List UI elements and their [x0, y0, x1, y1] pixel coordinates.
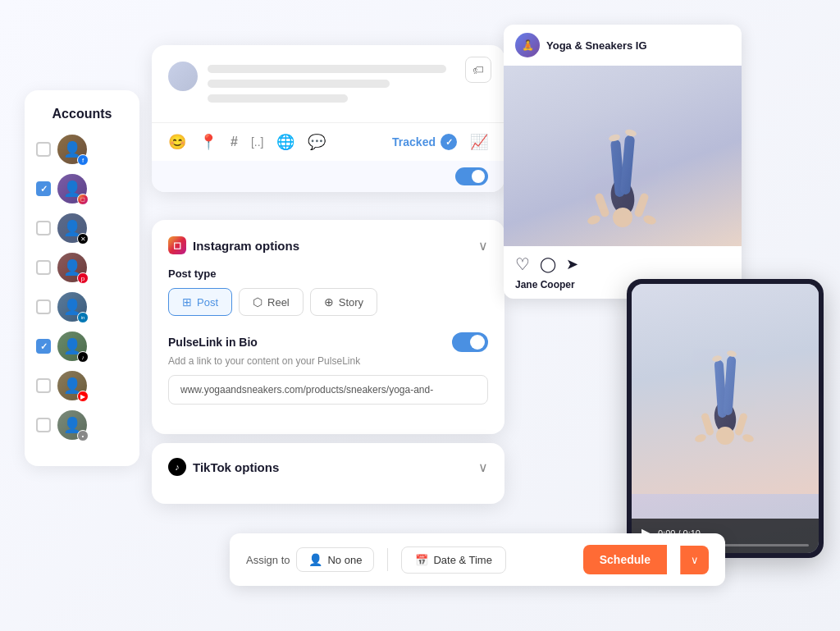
tracked-text: Tracked — [392, 135, 436, 149]
tiktok-options-title: TikTok options — [193, 460, 279, 474]
ig-options-panel: ◻ Instagram options ∨ Post type ⊞ Post ⬡… — [152, 220, 504, 434]
tablet-screen: ▶ 0:00 / 0:10 — [632, 284, 819, 553]
compose-avatar — [168, 62, 198, 91]
tablet-preview: ▶ 0:00 / 0:10 ♥ ◯ ↗ — [627, 279, 824, 558]
svg-point-19 — [742, 432, 755, 443]
ig-panel-header: ◻ Instagram options ∨ — [168, 236, 488, 254]
tiktok-panel-title: ♪ TikTok options — [168, 458, 279, 476]
grid-icon: ⊞ — [182, 295, 192, 309]
tracked-check-icon: ✓ — [441, 134, 457, 150]
schedule-button[interactable]: Schedule — [583, 545, 667, 574]
placeholder-line-1 — [208, 65, 446, 73]
svg-point-9 — [642, 214, 657, 226]
assign-label: Assign to — [246, 554, 290, 566]
ig-preview-image — [504, 66, 742, 246]
tag-icon[interactable]: 🏷 — [465, 57, 491, 83]
tiktok-panel-header: ♪ TikTok options ∨ — [168, 458, 488, 476]
account-checkbox-other[interactable] — [36, 418, 51, 432]
post-type-story-btn[interactable]: ⊕ Story — [310, 288, 377, 316]
datetime-button[interactable]: 📅 Date & Time — [401, 546, 506, 574]
tablet-yoga-image — [632, 284, 819, 494]
account-checkbox-pi[interactable] — [36, 260, 51, 275]
pulselink-desc: Add a link to your content on your Pulse… — [168, 355, 488, 367]
schedule-dropdown-button[interactable]: ∨ — [680, 546, 709, 574]
ig-preview-card: 🧘 Yoga & Sneakers IG — [504, 25, 742, 299]
account-checkbox-fb[interactable] — [36, 142, 51, 157]
pulselink-toggle[interactable] — [452, 332, 488, 352]
account-checkbox-tt[interactable] — [36, 339, 51, 354]
ig-options-title: Instagram options — [193, 239, 299, 253]
emoji-icon[interactable]: 😊 — [168, 133, 186, 151]
compose-toolbar: 😊 📍 # [..] 🌐 💬 Tracked ✓ 📈 — [152, 122, 504, 161]
svg-rect-17 — [734, 412, 748, 436]
facebook-badge: f — [77, 154, 89, 166]
ig-preview-name: Yoga & Sneakers IG — [546, 39, 647, 52]
svg-point-4 — [624, 128, 637, 137]
youtube-badge: ▶ — [77, 391, 89, 402]
pulselink-title: PulseLink in Bio — [168, 336, 258, 349]
account-avatar-ig: 👤 ◻ — [57, 174, 87, 203]
svg-rect-7 — [633, 192, 650, 218]
compose-header: 🏷 — [152, 45, 504, 116]
pinterest-badge: p — [77, 272, 89, 284]
post-type-post-btn[interactable]: ⊞ Post — [168, 288, 232, 316]
ig-preview-actions: ♡ ◯ ➤ — [504, 246, 742, 279]
globe-icon[interactable]: 🌐 — [276, 133, 294, 151]
account-checkbox-li[interactable] — [36, 299, 51, 314]
assign-value-btn[interactable]: 👤 No one — [296, 547, 374, 572]
account-item-fb: 👤 f — [36, 135, 128, 164]
account-item-ig: 👤 ◻ — [36, 174, 128, 203]
instagram-badge: ◻ — [77, 194, 89, 205]
share-icon[interactable]: ➤ — [566, 255, 578, 273]
svg-point-18 — [694, 432, 707, 443]
svg-point-5 — [613, 208, 632, 227]
ig-preview-avatar: 🧘 — [515, 33, 540, 57]
other-badge: • — [77, 430, 89, 441]
account-item-li: 👤 in — [36, 292, 128, 322]
instagram-icon: ◻ — [168, 236, 186, 254]
compose-panel: 🏷 😊 📍 # [..] 🌐 💬 Tracked ✓ 📈 — [152, 45, 504, 192]
account-avatar-li: 👤 in — [57, 292, 87, 322]
account-avatar-fb: 👤 f — [57, 135, 87, 164]
tracked-label: Tracked ✓ — [392, 134, 457, 150]
account-item-yt: 👤 ▶ — [36, 371, 128, 400]
ig-chevron-icon[interactable]: ∨ — [478, 238, 488, 254]
comment-action-icon[interactable]: ◯ — [540, 255, 556, 273]
tiktok-chevron-icon[interactable]: ∨ — [478, 460, 488, 475]
hashtag-icon[interactable]: # — [231, 135, 238, 149]
post-btn-label: Post — [197, 296, 218, 309]
accounts-panel: Accounts 👤 f 👤 ◻ — [25, 90, 139, 466]
account-checkbox-ig[interactable] — [36, 181, 51, 196]
account-item-tt: 👤 ♪ — [36, 332, 128, 361]
post-type-reel-btn[interactable]: ⬡ Reel — [239, 288, 304, 316]
account-checkbox-tw[interactable] — [36, 221, 51, 235]
linkedin-badge: in — [77, 312, 89, 323]
comment-icon[interactable]: 💬 — [308, 133, 326, 151]
account-item-pi: 👤 p — [36, 253, 128, 282]
compose-toggle[interactable] — [455, 167, 488, 185]
compose-text-area[interactable] — [208, 58, 488, 116]
analytics-icon[interactable]: 📈 — [470, 133, 488, 151]
heart-icon[interactable]: ♡ — [515, 254, 530, 274]
mention-icon[interactable]: [..] — [251, 135, 264, 149]
account-avatar-tw: 👤 ✕ — [57, 213, 87, 243]
svg-rect-12 — [724, 356, 737, 416]
account-item-tw: 👤 ✕ — [36, 213, 128, 243]
tiktok-options-panel: ♪ TikTok options ∨ — [152, 443, 504, 504]
pulselink-url-input[interactable] — [168, 375, 488, 405]
reel-btn-label: Reel — [267, 296, 290, 309]
tablet-yoga-svg — [660, 295, 791, 483]
account-checkbox-yt[interactable] — [36, 378, 51, 393]
account-avatar-other: 👤 • — [57, 410, 87, 440]
location-icon[interactable]: 📍 — [199, 133, 217, 151]
placeholder-line-3 — [208, 94, 348, 103]
tiktok-icon: ♪ — [168, 458, 186, 476]
pulselink-header: PulseLink in Bio — [168, 332, 488, 352]
account-avatar-tt: 👤 ♪ — [57, 332, 87, 361]
placeholder-line-2 — [208, 80, 390, 88]
person-icon: 👤 — [308, 553, 322, 566]
story-icon: ⊕ — [324, 295, 334, 309]
tiktok-badge: ♪ — [77, 351, 89, 363]
assign-value-text: No one — [327, 554, 362, 566]
svg-point-15 — [716, 427, 734, 445]
